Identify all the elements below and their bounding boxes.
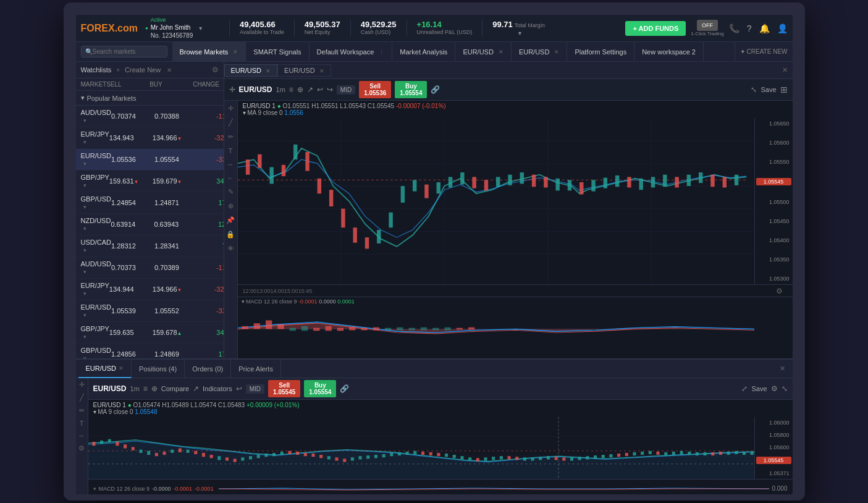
sell-price: 1.05536 — [364, 90, 386, 96]
watchlists-tab-label[interactable]: Watchlists — [81, 66, 112, 74]
market-row[interactable]: EUR/USD ▾ 1.05536 1.05554 -33.7 — [76, 149, 224, 171]
bottom-save-icon[interactable]: ⚙ — [771, 384, 778, 393]
undo-icon[interactable]: ↩ — [317, 85, 323, 94]
workspace-menu-icon[interactable]: ⋮ — [379, 49, 384, 55]
chart-tab-eurusd-close[interactable]: ✕ — [266, 68, 271, 74]
redo-icon[interactable]: ↪ — [327, 85, 333, 94]
bottom-measure-icon[interactable]: ↔ — [78, 432, 85, 439]
bottom-text-icon[interactable]: T — [80, 420, 84, 427]
market-row[interactable]: EUR/JPY ▾ 134.943 134.966▼ -32.3 — [76, 127, 224, 149]
bottom-link-icon[interactable]: 🔗 — [340, 384, 349, 393]
line-tool-icon[interactable]: ╱ — [229, 119, 233, 127]
market-row[interactable]: AUD/USD ▾ 0.70373 0.70389 -11.5 — [76, 257, 224, 279]
account-dropdown-icon[interactable]: ▼ — [198, 25, 203, 32]
nav-tab-eurusd-1[interactable]: EUR/USD ✕ — [455, 42, 512, 62]
market-row[interactable]: USD/CAD ▾ 1.28312 1.28341 7.2 — [76, 235, 224, 257]
nav-tab-browse-markets-close[interactable]: ✕ — [233, 49, 238, 55]
bottom-line-icon[interactable]: ╱ — [80, 394, 84, 402]
watchlist-close-button[interactable]: ✕ — [167, 67, 172, 74]
nav-tab-eurusd-2-close[interactable]: ✕ — [554, 49, 559, 55]
bottom-fullscreen-icon[interactable]: ⤢ — [741, 384, 748, 393]
nav-tab-eurusd-1-close[interactable]: ✕ — [499, 49, 504, 55]
bottom-buy-button[interactable]: Buy 1.05554 — [304, 380, 336, 397]
nav-tab-default-workspace[interactable]: Default Workspace ⋮ — [310, 42, 393, 62]
create-new-watchlist-button[interactable]: Create New — [125, 66, 161, 74]
nav-tab-new-workspace[interactable]: New workspace 2 — [634, 42, 704, 62]
save-button[interactable]: Save — [761, 86, 776, 93]
eye-icon[interactable]: 👁 — [227, 245, 234, 252]
layers-icon[interactable]: ⊞ — [780, 85, 788, 95]
nav-tab-platform-settings[interactable]: Platform Settings — [567, 42, 634, 62]
add-indicator-icon[interactable]: ⊕ — [297, 85, 303, 94]
measure-tool-icon[interactable]: ↔ — [227, 161, 234, 168]
market-row[interactable]: NZD/USD ▾ 0.63914 0.63943 12.1 — [76, 214, 224, 235]
svg-rect-96 — [225, 457, 228, 460]
bottom-tab-alerts[interactable]: Price Alerts — [231, 360, 281, 378]
bottom-compare-label[interactable]: Compare — [161, 385, 189, 392]
bottom-compare-icon[interactable]: ⊕ — [151, 384, 158, 393]
search-input[interactable] — [93, 48, 154, 55]
bottom-macd-expand[interactable]: ▾ — [93, 486, 96, 492]
add-funds-button[interactable]: + ADD FUNDS — [625, 21, 686, 36]
market-row[interactable]: EUR/USD ▾ 1.05539 1.05552 -33.8 — [76, 300, 224, 322]
bottom-tab-eurusd-close[interactable]: ✕ — [119, 365, 124, 371]
chart-tab-eurusd-2[interactable]: EUR/USD ✕ — [277, 64, 331, 77]
back-tool-icon[interactable]: ← — [227, 174, 234, 182]
chart-tab-eurusd[interactable]: EUR/USD ✕ — [224, 64, 278, 77]
help-icon[interactable]: ? — [747, 23, 752, 33]
pencil-tool-icon[interactable]: ✎ — [228, 188, 234, 196]
bottom-mid-button[interactable]: MID — [246, 384, 264, 394]
bottom-candle-icon[interactable]: ≡ — [143, 384, 148, 393]
nav-tab-eurusd-2[interactable]: EUR/USD ✕ — [512, 42, 568, 62]
bottom-expand-icon[interactable]: ⤡ — [782, 384, 788, 393]
market-row[interactable]: GBP/USD ▾ 1.24856 1.24869 17.0 — [76, 344, 224, 358]
chart-panel-close-icon[interactable]: ✕ — [777, 66, 793, 74]
bottom-settings-icon[interactable]: ⚙ — [78, 444, 85, 452]
search-box[interactable]: 🔍 — [81, 46, 167, 57]
sell-button[interactable]: Sell 1.05536 — [359, 81, 391, 98]
market-row[interactable]: AUD/USD ▾ 0.70374 0.70388 -11.5 — [76, 106, 224, 127]
bottom-tab-eurusd[interactable]: EUR/USD ✕ — [78, 360, 132, 378]
nav-tab-market-analysis[interactable]: Market Analysis — [392, 42, 455, 62]
margin-dropdown-icon[interactable]: ▼ — [517, 30, 523, 36]
buy-button[interactable]: Buy 1.05554 — [395, 81, 427, 98]
cursor-tool-icon[interactable]: ✛ — [228, 104, 234, 112]
bottom-draw-icon[interactable]: ✏ — [79, 407, 85, 415]
mid-button[interactable]: MID — [337, 85, 355, 95]
candle-type-icon[interactable]: ≡ — [289, 85, 293, 94]
text-tool-icon[interactable]: T — [229, 147, 233, 154]
crosshair-icon[interactable]: ✛ — [229, 85, 235, 94]
market-row[interactable]: EUR/JPY ▾ 134.944 134.966▼ -32.3 — [76, 279, 224, 300]
market-row[interactable]: GBP/JPY ▾ 159.635 159.678▲ 34.9 — [76, 322, 224, 344]
bottom-sell-button[interactable]: Sell 1.05545 — [268, 380, 300, 397]
phone-icon[interactable]: 📞 — [729, 23, 739, 33]
trading-toggle-button[interactable]: OFF — [697, 20, 718, 31]
bottom-cursor-icon[interactable]: ✛ — [79, 381, 85, 389]
notifications-icon[interactable]: 🔔 — [759, 23, 770, 33]
nav-tab-browse-markets[interactable]: Browse Markets ✕ — [172, 42, 246, 62]
bottom-indicators-icon[interactable]: ↗ — [193, 384, 199, 393]
lock-icon[interactable]: 🔒 — [226, 230, 235, 239]
zoom-in-icon[interactable]: ⊕ — [228, 202, 234, 210]
expand-icon[interactable]: ⤡ — [751, 85, 757, 94]
bottom-tab-positions[interactable]: Positions (4) — [132, 360, 185, 378]
market-row[interactable]: GBP/JPY ▾ 159.631▼ 159.679▼ 34.8 — [76, 171, 224, 192]
watchlist-settings-icon[interactable]: ⚙ — [212, 66, 219, 74]
bottom-tab-orders[interactable]: Orders (0) — [185, 360, 231, 378]
market-row[interactable]: GBP/USD ▾ 1.24854 1.24871 17.0 — [76, 192, 224, 214]
svg-rect-149 — [641, 452, 644, 455]
bottom-indicators-label[interactable]: Indicators — [203, 385, 232, 392]
bottom-undo-icon[interactable]: ↩ — [236, 384, 242, 393]
draw-tool-icon[interactable]: ✏ — [228, 133, 234, 141]
link-icon[interactable]: 🔗 — [431, 85, 440, 94]
popular-markets-section[interactable]: ▾ Popular Markets — [76, 91, 224, 106]
create-new-button[interactable]: ✦ CREATE NEW — [735, 42, 793, 62]
bottom-save-button[interactable]: Save — [751, 385, 767, 392]
user-icon[interactable]: 👤 — [777, 23, 788, 33]
chart-tab-eurusd-2-close[interactable]: ✕ — [319, 68, 324, 74]
nav-tab-smart-signals[interactable]: SMART Signals — [246, 42, 309, 62]
chart-settings-icon[interactable]: ⚙ — [771, 287, 788, 295]
pin-icon[interactable]: 📌 — [226, 216, 235, 224]
bottom-panel-close-icon[interactable]: ✕ — [775, 365, 790, 373]
compare-icon[interactable]: ↗ — [307, 85, 313, 94]
